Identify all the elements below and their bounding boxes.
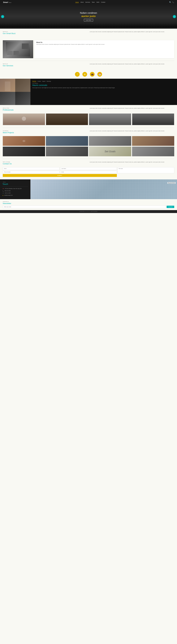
work-item-1[interactable] bbox=[3, 136, 45, 146]
professionals-section: Meet our Team Professionals Lorem ipsum … bbox=[0, 105, 177, 128]
contact-section: Write a message Contact Us Lorem ipsum d… bbox=[0, 159, 177, 180]
footer-address: 175 San Sebastian, New York City USA bbox=[4, 188, 22, 189]
tab-marketing[interactable]: Marketing bbox=[46, 80, 51, 82]
professionals-title: Professionals bbox=[3, 109, 88, 111]
footer-get-in-label: - Get in bbox=[2, 182, 28, 182]
professional-card-2[interactable] bbox=[46, 114, 88, 125]
service-icon-share[interactable]: ⤴ bbox=[75, 72, 80, 77]
work-image-4 bbox=[132, 136, 174, 146]
work-item-8[interactable] bbox=[132, 146, 174, 156]
professionals-desc: Lorem ipsum dolor sit amet, consectetur … bbox=[90, 108, 174, 109]
features-section: Business Creative Support Marketing Our … bbox=[0, 79, 177, 105]
features-img-person2 bbox=[15, 79, 30, 92]
work-item-3[interactable] bbox=[89, 136, 131, 146]
phone-icon[interactable]: 📞 bbox=[172, 2, 174, 3]
nav-team[interactable]: Team bbox=[92, 2, 95, 3]
about-intro-cols: Welcome to Our Smart Buzz Lorem ipsum do… bbox=[3, 31, 174, 35]
service-icon-layers[interactable]: ⊞ bbox=[82, 72, 87, 77]
features-images bbox=[0, 79, 30, 105]
work-title: Work Projects bbox=[3, 132, 88, 134]
newsletter-title: Newsletter bbox=[3, 202, 174, 204]
tab-support[interactable]: Support bbox=[42, 80, 46, 82]
services-right: Lorem ipsum dolor sit amet, consectetur … bbox=[90, 63, 174, 68]
hero-next-button[interactable]: › bbox=[173, 15, 176, 18]
about-title: Our Smart Buzz bbox=[3, 32, 88, 34]
tab-creative[interactable]: Creative bbox=[37, 80, 41, 82]
work-item-7[interactable]: Set Goals bbox=[89, 146, 131, 156]
features-img-person3 bbox=[0, 92, 15, 105]
hero-section: ‹ Nullam condimen auctor justo Learn Mor… bbox=[0, 4, 177, 29]
features-label: Our Features bbox=[32, 83, 175, 84]
hero-prev-button[interactable]: ‹ bbox=[1, 15, 4, 18]
calendar-icon: 📅 bbox=[98, 73, 101, 76]
features-img-1 bbox=[0, 79, 15, 92]
contact-title: Contact Us bbox=[3, 163, 88, 165]
contact-lastname-input[interactable] bbox=[60, 167, 117, 170]
work-image-3 bbox=[89, 136, 131, 146]
professional-card-4[interactable] bbox=[132, 114, 174, 125]
work-item-5[interactable] bbox=[3, 146, 45, 156]
briefcase-icon: 💼 bbox=[91, 73, 94, 76]
contact-left: Write a message Contact Us bbox=[3, 162, 88, 166]
service-icon-calendar[interactable]: 📅 bbox=[97, 72, 102, 77]
brand-name: Smart bbox=[3, 1, 8, 3]
contact-email-input[interactable] bbox=[60, 171, 117, 174]
footer-touch-title: Touch bbox=[2, 183, 28, 185]
contact-phone-input[interactable] bbox=[3, 171, 60, 174]
footer-email-item: ✉ mail@example.com bbox=[2, 195, 28, 196]
chevron-left-icon: ‹ bbox=[2, 16, 3, 18]
contact-name-input[interactable] bbox=[3, 167, 60, 170]
work-top: Our featured Work Projects Lorem ipsum d… bbox=[3, 130, 174, 134]
work-section: Our featured Work Projects Lorem ipsum d… bbox=[0, 128, 177, 159]
work-image-5 bbox=[3, 146, 45, 156]
bottom-bar-text: 优质网站素材 bbs.xieniao.com 免费下载收费素材 bbox=[80, 211, 98, 212]
nav-services[interactable]: Services bbox=[85, 2, 90, 3]
work-image-7: Set Goals bbox=[89, 146, 131, 156]
footer-phone2: +222 11 4444 bbox=[4, 192, 10, 194]
footer-address-item: 📍 175 San Sebastian, New York City USA bbox=[2, 188, 28, 190]
work-item-4[interactable] bbox=[132, 136, 174, 146]
services-title: Our Services bbox=[3, 64, 88, 67]
hero-subheading: auctor justo bbox=[80, 15, 97, 18]
tab-business[interactable]: Business bbox=[32, 80, 36, 82]
brand-logo[interactable]: Smart Buzz bbox=[3, 1, 12, 3]
features-tabs: Business Creative Support Marketing bbox=[32, 80, 175, 82]
professional-card-3[interactable] bbox=[89, 114, 131, 125]
nav-work[interactable]: Work bbox=[96, 2, 99, 3]
nav-home[interactable]: Home bbox=[75, 2, 79, 3]
newsletter-subscribe-button[interactable]: Subscribe bbox=[167, 206, 174, 208]
work-item-6[interactable] bbox=[46, 146, 88, 156]
brand-tagline: Buzz bbox=[9, 2, 12, 3]
features-img-person1 bbox=[0, 79, 15, 92]
nav-about[interactable]: About bbox=[80, 2, 84, 3]
share-icon: ⤴ bbox=[77, 73, 78, 76]
footer-map[interactable]: Map placeholder bbox=[30, 180, 177, 199]
about-intro-left: Welcome to Our Smart Buzz bbox=[3, 31, 88, 35]
professionals-right: Lorem ipsum dolor sit amet, consectetur … bbox=[90, 108, 174, 112]
services-top-cols: What we do Our Services Lorem ipsum dolo… bbox=[3, 63, 174, 68]
about-intro-right: Lorem ipsum dolor sit amet, consectetur … bbox=[90, 31, 174, 35]
about-office-image bbox=[3, 40, 33, 58]
contact-message-textarea[interactable] bbox=[118, 167, 174, 173]
features-img-3 bbox=[0, 92, 15, 105]
work-item-2[interactable] bbox=[46, 136, 88, 146]
contact-submit-button[interactable]: SUBMIT bbox=[3, 174, 117, 177]
professional-card-1[interactable] bbox=[3, 114, 45, 125]
nav-links: Home About Services Team Work Contact bbox=[75, 2, 105, 3]
contact-right: Lorem ipsum dolor sit amet, consectetur … bbox=[90, 162, 174, 166]
footer-phone2-item: 📱 +222 11 4444 bbox=[2, 192, 28, 194]
features-img-person4 bbox=[15, 92, 30, 105]
nav-contact[interactable]: Contact bbox=[101, 2, 105, 3]
newsletter-email-input[interactable] bbox=[3, 206, 166, 208]
work-image-1 bbox=[3, 136, 45, 146]
footer-phone1: 333.222.3333 bbox=[4, 190, 10, 191]
service-icon-briefcase[interactable]: 💼 bbox=[90, 72, 94, 77]
professional-image-4 bbox=[132, 114, 174, 125]
about-card-body: Lorem ipsum dolor sit amet, consectetur … bbox=[36, 44, 172, 45]
professionals-label: Meet our Team bbox=[3, 108, 88, 108]
hero-content: Nullam condimen auctor justo Learn More bbox=[80, 12, 97, 22]
hero-cta-button[interactable]: Learn More bbox=[84, 19, 93, 22]
features-img-2 bbox=[15, 79, 30, 92]
search-icon[interactable]: 🔍 bbox=[169, 2, 171, 3]
features-img-4 bbox=[15, 92, 30, 105]
